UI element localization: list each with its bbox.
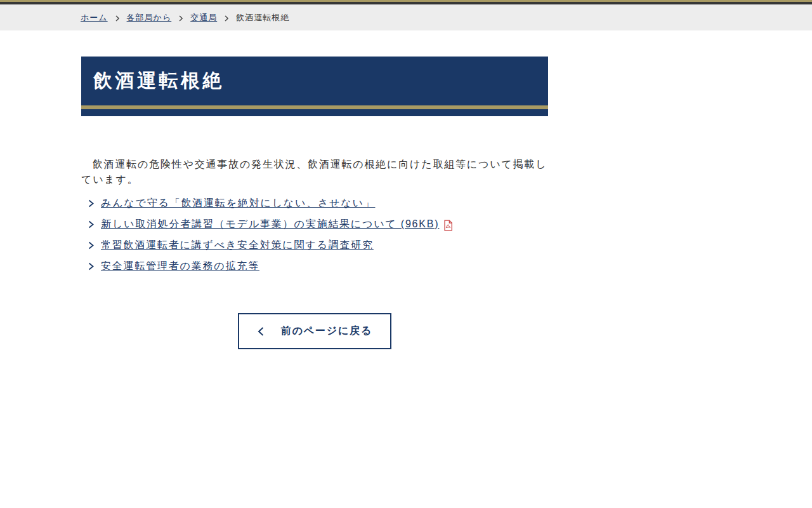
link-torikeshi-shobunsha-kosyu[interactable]: 新しい取消処分者講習（モデル事業）の実施結果について (96KB) bbox=[101, 218, 439, 231]
link-anzen-unten-kanrisha[interactable]: 安全運転管理者の業務の拡充等 bbox=[101, 260, 259, 273]
breadcrumb: ホーム 各部局から 交通局 飲酒運転根絶 bbox=[81, 12, 289, 23]
banner-gold-stripe bbox=[81, 105, 548, 109]
page-title-banner: 飲酒運転根絶 bbox=[81, 57, 548, 116]
content-link-list: みんなで守る「飲酒運転を絶対にしない、させない」 新しい取消処分者講習（モデル事… bbox=[81, 197, 548, 272]
list-item: 新しい取消処分者講習（モデル事業）の実施結果について (96KB) bbox=[81, 218, 548, 231]
breadcrumb-link-departments[interactable]: 各部局から bbox=[127, 12, 172, 23]
chevron-right-icon bbox=[88, 220, 95, 229]
list-item: 常習飲酒運転者に講ずべき安全対策に関する調査研究 bbox=[81, 239, 548, 251]
pdf-icon[interactable] bbox=[443, 220, 453, 231]
intro-paragraph: 飲酒運転の危険性や交通事故の発生状況、飲酒運転の根絶に向けた取組等について掲載し… bbox=[81, 157, 548, 187]
back-to-previous-page-button[interactable]: 前のページに戻る bbox=[238, 313, 391, 349]
link-minna-de-mamoru[interactable]: みんなで守る「飲酒運転を絶対にしない、させない」 bbox=[101, 197, 375, 210]
breadcrumb-band: ホーム 各部局から 交通局 飲酒運転根絶 bbox=[0, 4, 812, 30]
chevron-right-icon bbox=[88, 262, 95, 271]
chevron-right-icon bbox=[88, 199, 95, 208]
chevron-right-icon bbox=[115, 15, 120, 22]
list-item: みんなで守る「飲酒運転を絶対にしない、させない」 bbox=[81, 197, 548, 210]
chevron-left-icon bbox=[257, 326, 265, 337]
link-josyu-insyu-untensha-chosa[interactable]: 常習飲酒運転者に講ずべき安全対策に関する調査研究 bbox=[101, 239, 374, 252]
chevron-right-icon bbox=[178, 15, 183, 22]
page-title: 飲酒運転根絶 bbox=[81, 57, 548, 91]
chevron-right-icon bbox=[224, 15, 229, 22]
list-item: 安全運転管理者の業務の拡充等 bbox=[81, 260, 548, 272]
chevron-right-icon bbox=[88, 241, 95, 250]
main-content: 飲酒運転根絶 飲酒運転の危険性や交通事故の発生状況、飲酒運転の根絶に向けた取組等… bbox=[81, 57, 548, 349]
breadcrumb-link-traffic-bureau[interactable]: 交通局 bbox=[190, 12, 217, 23]
back-button-label: 前のページに戻る bbox=[281, 324, 372, 338]
breadcrumb-current-page: 飲酒運転根絶 bbox=[236, 12, 289, 23]
breadcrumb-link-home[interactable]: ホーム bbox=[81, 12, 108, 23]
